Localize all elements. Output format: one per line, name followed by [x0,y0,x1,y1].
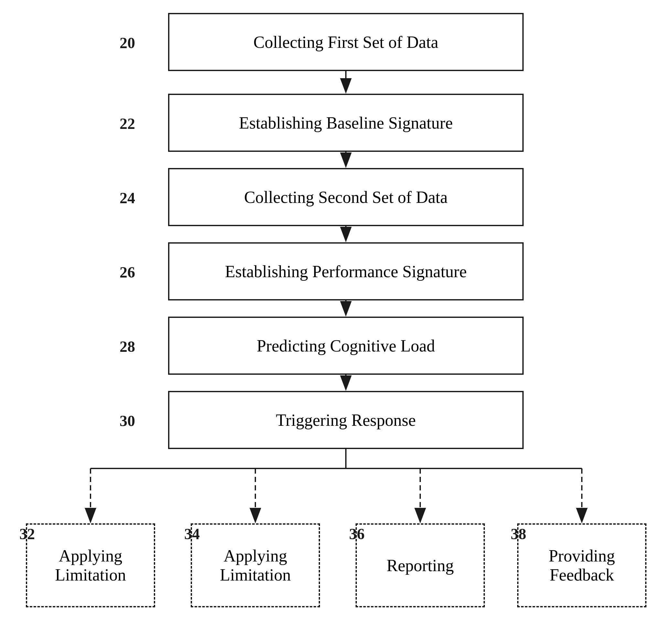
box-label-10: Providing Feedback [519,546,645,584]
box-establishing-performance: Establishing Performance Signature [168,242,524,300]
box-label-4: Establishing Performance Signature [225,262,467,281]
box-label-8: Applying Limitation [192,546,319,584]
box-label-2: Establishing Baseline Signature [239,114,453,132]
box-label-1: Collecting First Set of Data [254,33,438,52]
box-label-3: Collecting Second Set of Data [244,188,448,207]
box-collecting-second-set: Collecting Second Set of Data [168,168,524,226]
box-providing-feedback: Providing Feedback [517,523,646,607]
label-28: 28 [120,337,135,355]
label-36: 36 [349,525,365,543]
box-triggering-response: Triggering Response [168,391,524,449]
label-30: 30 [120,412,135,430]
box-collecting-first-set: Collecting First Set of Data [168,13,524,71]
label-24: 24 [120,189,135,207]
box-applying-limitation-1: Applying Limitation [26,523,155,607]
box-label-7: Applying Limitation [27,546,154,584]
box-establishing-baseline: Establishing Baseline Signature [168,94,524,152]
box-label-6: Triggering Response [276,411,416,430]
box-reporting: Reporting [356,523,485,607]
box-predicting-cognitive: Predicting Cognitive Load [168,317,524,375]
label-38: 38 [511,525,526,543]
box-applying-limitation-2: Applying Limitation [191,523,320,607]
label-22: 22 [120,115,135,132]
label-26: 26 [120,263,135,281]
label-32: 32 [19,525,35,543]
diagram-container: Collecting First Set of Data Establishin… [0,0,672,629]
label-34: 34 [184,525,200,543]
box-label-5: Predicting Cognitive Load [257,336,435,355]
box-label-9: Reporting [387,556,454,575]
label-20: 20 [120,34,135,52]
